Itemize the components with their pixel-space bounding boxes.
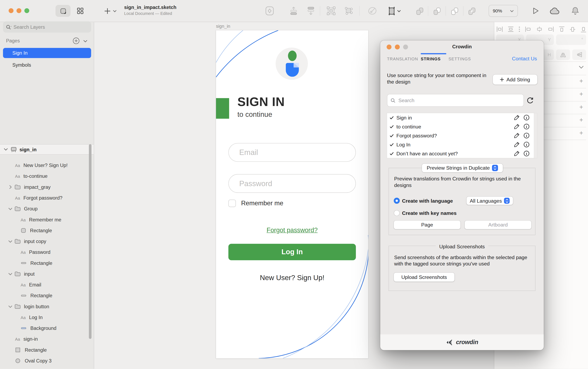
align-right-icon[interactable] [547, 26, 554, 32]
notifications-bell-button[interactable] [570, 5, 580, 17]
align-top-icon[interactable] [559, 26, 565, 32]
refresh-icon[interactable] [526, 97, 534, 104]
sidebar-page-symbols[interactable]: Symbols [3, 60, 91, 70]
resize-button[interactable] [387, 5, 397, 17]
close-window-button[interactable] [9, 8, 13, 13]
layer-row[interactable]: Background [0, 323, 88, 334]
boolean-subtract-button[interactable] [432, 5, 442, 17]
string-row[interactable]: Don’t have an account yet? [387, 149, 534, 158]
sign-in-artboard[interactable]: SIGN IN to continue Remember me Forgot p… [216, 30, 368, 359]
canvas-view-toggle[interactable] [55, 5, 70, 17]
boolean-union-button[interactable] [414, 5, 425, 17]
cloud-sync-button[interactable] [549, 5, 560, 17]
contact-us-link[interactable]: Contact Us [512, 56, 537, 61]
artboard-button[interactable]: Artboard [465, 220, 531, 229]
layer-row[interactable]: AaForgot password? [0, 192, 88, 203]
chevron-down-icon[interactable] [8, 305, 13, 308]
boolean-intersect-button[interactable] [449, 5, 460, 17]
layer-row[interactable]: login button [0, 301, 88, 312]
layer-row[interactable]: input [0, 269, 88, 279]
insert-button[interactable] [102, 5, 113, 17]
tab-translation[interactable]: TRANSLATION [387, 57, 418, 61]
layer-row[interactable]: Group [0, 203, 88, 214]
preview-play-button[interactable] [531, 5, 541, 17]
resize-chevron-icon[interactable] [396, 5, 402, 17]
layer-row[interactable]: Rectangle [0, 290, 88, 301]
layer-row[interactable]: impact_gray [0, 182, 88, 192]
send-backward-button[interactable] [306, 5, 316, 17]
layer-row[interactable]: Rectangle [0, 225, 88, 236]
ungroup-button[interactable] [343, 5, 354, 17]
layer-group-header[interactable]: sign_in [0, 144, 94, 155]
layer-row[interactable]: Aato-continue [0, 171, 88, 182]
distribute-horizontal-icon[interactable] [496, 26, 503, 32]
group-button[interactable] [326, 5, 336, 17]
align-bottom-icon[interactable] [580, 26, 586, 32]
add-page-button[interactable] [72, 37, 80, 44]
chevron-down-icon[interactable] [8, 272, 13, 275]
chevron-down-icon[interactable] [8, 240, 13, 243]
layer-row[interactable]: AaEmail [0, 279, 88, 290]
page-button[interactable]: Page [394, 220, 461, 229]
info-icon[interactable] [524, 124, 529, 130]
layer-row[interactable]: Aasign-in [0, 334, 88, 345]
layer-row[interactable]: input copy [0, 236, 88, 247]
sidebar-scrollbar[interactable] [89, 144, 92, 339]
zoom-level-select[interactable]: 90% [489, 5, 518, 17]
tab-settings[interactable]: SETTINGS [449, 57, 471, 61]
forgot-password-link[interactable]: Forgot password? [216, 227, 368, 234]
sign-up-text[interactable]: New User? Sign Up! [216, 274, 368, 282]
language-select[interactable]: All Languages [467, 197, 513, 205]
add-style-button[interactable]: + [578, 104, 584, 110]
sidebar-page-sign-in[interactable]: Sign In [3, 48, 91, 58]
zoom-window-button[interactable] [24, 8, 29, 13]
edit-pencil-icon[interactable] [514, 132, 520, 139]
minimize-window-button[interactable] [17, 8, 21, 13]
edit-pencil-icon[interactable] [514, 150, 520, 156]
insert-chevron-icon[interactable] [112, 5, 118, 17]
create-with-key-names-radio[interactable] [394, 210, 400, 216]
tab-strings[interactable]: STRINGS [421, 57, 441, 61]
create-symbol-button[interactable] [264, 5, 275, 17]
add-style-button[interactable]: + [578, 117, 584, 123]
info-icon[interactable] [524, 132, 529, 139]
layer-row[interactable]: AaPassword [0, 247, 88, 258]
bring-forward-button[interactable] [288, 5, 299, 17]
string-row[interactable]: to continue [387, 122, 534, 131]
layer-row[interactable]: AaLog In [0, 312, 88, 323]
chevron-right-icon[interactable] [8, 185, 13, 189]
flip-horizontal-button[interactable] [556, 49, 570, 60]
edit-pencil-icon[interactable] [514, 115, 520, 120]
pages-collapse-chevron-icon[interactable] [83, 40, 87, 43]
layer-row[interactable]: AaRemember me [0, 214, 88, 225]
password-field[interactable] [229, 174, 356, 193]
flip-vertical-button[interactable] [572, 49, 586, 60]
search-layers-field[interactable]: Search Layers [3, 21, 91, 33]
info-icon[interactable] [524, 150, 529, 156]
add-style-button[interactable]: + [578, 78, 584, 84]
more-options-icon[interactable] [519, 26, 520, 32]
layer-row[interactable]: AaNew User? Sign Up! [0, 160, 88, 171]
preview-mode-select[interactable]: Preview Strings in Duplicate [422, 164, 503, 172]
add-style-button[interactable]: + [578, 91, 584, 97]
layer-row[interactable]: Rectangle [0, 258, 88, 269]
edit-pencil-icon[interactable] [514, 124, 520, 130]
artboard-title-label[interactable]: sign_in [216, 24, 230, 29]
align-center-horizontal-icon[interactable] [536, 26, 543, 32]
boolean-difference-button[interactable] [467, 5, 477, 17]
strings-search-input[interactable] [398, 97, 520, 104]
log-in-button[interactable]: Log In [229, 244, 356, 260]
grid-view-toggle[interactable] [74, 5, 87, 17]
info-icon[interactable] [524, 141, 529, 147]
remember-me-checkbox[interactable] [229, 199, 236, 207]
edit-pencil-icon[interactable] [514, 141, 520, 147]
align-middle-vertical-icon[interactable] [570, 26, 576, 32]
rotation-field[interactable]: ° [556, 34, 586, 45]
distribute-vertical-icon[interactable] [508, 26, 514, 32]
layer-row[interactable]: Oval Copy 3 [0, 355, 88, 366]
upload-screenshots-button[interactable]: Upload Screenshots [394, 273, 455, 281]
edit-shape-button[interactable] [367, 5, 378, 17]
chevron-down-icon[interactable] [8, 207, 13, 210]
layer-row[interactable]: Rectangle [0, 345, 88, 355]
create-with-language-radio[interactable] [394, 198, 400, 204]
